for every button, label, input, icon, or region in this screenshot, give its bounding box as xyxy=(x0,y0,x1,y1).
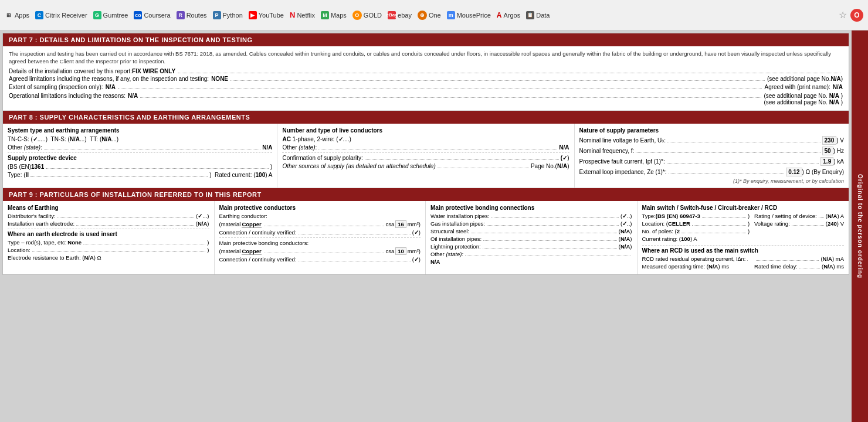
bookmark-gold[interactable]: O GOLD xyxy=(352,11,382,20)
agreed-with-label: Agreed with (print name): xyxy=(764,84,830,90)
operational-value: N/A xyxy=(128,93,138,99)
bookmark-citrix[interactable]: C Citrix Receiver xyxy=(35,11,87,19)
structural-row: Structural steel: ( N/A ) xyxy=(430,228,632,234)
earthing-conductor-row: Earthing conductor: xyxy=(219,213,421,219)
bookmark-netflix[interactable]: N Netflix xyxy=(290,11,315,19)
part8-col1: System type and earthing arrangements TN… xyxy=(3,124,277,188)
bookmark-data[interactable]: 📋 Data xyxy=(526,11,550,19)
rating-value: N/A xyxy=(828,213,837,219)
bonding-material-value: Copper xyxy=(242,248,261,255)
bookmark-maps[interactable]: M Maps xyxy=(321,11,347,19)
part7-header: PART 7 : DETAILS AND LIMITATIONS ON THE … xyxy=(3,33,849,46)
poles-value: 2 xyxy=(677,228,680,234)
bookmark-youtube[interactable]: ▶ YouTube xyxy=(249,11,284,19)
bookmark-routes[interactable]: R Routes xyxy=(177,11,207,19)
bonding-conductors-label: Main protective bonding conductors: xyxy=(219,240,421,246)
bsen-row: (BS (EN) 1361 ) xyxy=(8,164,272,170)
voltage-value: 240 xyxy=(828,220,837,227)
extent-row: Extent of sampling (inspection only): N/… xyxy=(9,84,843,90)
details-value: FIX WIRE ONLY xyxy=(132,68,175,74)
bookmark-coursera[interactable]: co Coursera xyxy=(134,11,170,19)
part9-col4: Main switch / Switch-fuse / Circuit-brea… xyxy=(638,201,849,274)
distributors-value: ✓ xyxy=(198,213,202,219)
ac-row: AC 1-phase, 2-wire: ( ✓ ....) xyxy=(282,136,569,142)
main-switch-type-row: Type: (BS (EN) 60947-3 ) xyxy=(642,213,750,219)
nominal-voltage-value: 230 xyxy=(822,136,837,145)
youtube-icon: ▶ xyxy=(249,11,257,19)
oil-row: Oil installation pipes: ( N/A ) xyxy=(430,236,632,242)
bookmark-one[interactable]: ⊕ One xyxy=(418,11,441,20)
gas-value: ✓ xyxy=(622,220,627,227)
current-value: 100 xyxy=(681,236,690,242)
data-icon: 📋 xyxy=(526,11,534,19)
apps-icon: ⊞ xyxy=(5,11,13,19)
rcd-rated-current-row: ( N/A ) mA xyxy=(754,256,844,262)
bookmark-ebay[interactable]: eBay ebay xyxy=(388,11,412,19)
spd-title: Supply protective device xyxy=(8,155,272,161)
csa-value: 16 xyxy=(395,220,406,228)
profile-avatar[interactable]: O xyxy=(850,9,863,22)
other-col2-row: Other (state): N/A xyxy=(282,144,569,151)
prospective-value: 1.9 xyxy=(820,157,833,166)
routes-icon: R xyxy=(177,11,185,19)
part8-header: PART 8 : SUPPLY CHARACTERISTICS AND EART… xyxy=(3,111,849,124)
part7-bottom-rows: Extent of sampling (inspection only): N/… xyxy=(9,84,843,91)
main-switch-title: Main switch / Switch-fuse / Circuit-brea… xyxy=(642,205,845,211)
bookmark-argos[interactable]: A Argos xyxy=(497,11,520,19)
bonding-verified-row: Connection / continuity verified: ( ✓ ) xyxy=(219,256,421,263)
current-rating-row: Current rating: ( 100 ) A xyxy=(642,236,750,242)
installation-value: N/A xyxy=(198,220,207,227)
water-row: Water installation pipes: ( ✓ ..) xyxy=(430,213,632,219)
document: PART 7 : DETAILS AND LIMITATIONS ON THE … xyxy=(2,33,849,275)
rated-time-value: N/A xyxy=(823,263,833,270)
bonding-verified-value: ✓ xyxy=(414,256,419,263)
electrode-resistance-row: Electrode resistance to Earth: ( N/A ) Ω xyxy=(8,254,209,261)
rating-row: Rating / setting of device: ( N/A ) A xyxy=(754,213,844,219)
part8-col2-title: Number and type of live conductors xyxy=(282,127,569,134)
bookmark-mouseprice[interactable]: m MousePrice xyxy=(447,11,491,19)
bookmarks-bar: ⊞ Apps C Citrix Receiver G Gumtree co Co… xyxy=(5,11,835,20)
where-rcd-title: Where an RCD is used as the main switch xyxy=(642,247,845,254)
see-additional-label: (see additional page No. xyxy=(767,76,830,82)
ac-check: ✓ xyxy=(338,136,343,142)
star-icon[interactable]: ☆ xyxy=(839,9,847,21)
side-label: Original to the person ordering xyxy=(852,30,868,422)
document-area: PART 7 : DETAILS AND LIMITATIONS ON THE … xyxy=(0,30,852,422)
external-row: External loop impedance, Ze (1)*: 0.12 )… xyxy=(579,168,844,176)
agreed-limitations-value: NONE xyxy=(211,76,228,82)
other-state-row: Other (state): N/A xyxy=(8,144,272,151)
tncs-value: ✓ xyxy=(33,136,38,142)
main-bonding-connections-title: Main protective bonding connections xyxy=(430,205,632,211)
page-value: N/A xyxy=(557,163,567,169)
bonding-material-row: (material Copper csa 10 mm²) xyxy=(219,247,421,255)
python-icon: P xyxy=(213,11,221,19)
type-rod-value: None xyxy=(67,239,82,246)
bookmark-gumtree[interactable]: G Gumtree xyxy=(93,11,128,19)
part7-details-row: Details of the installation covered by t… xyxy=(9,68,843,74)
nominal-freq-value: 50 xyxy=(822,147,833,155)
bookmark-apps[interactable]: ⊞ Apps xyxy=(5,11,29,19)
part7-body: The inspection and testing has been carr… xyxy=(3,46,849,111)
part7-operational-row: Operational limitations including the re… xyxy=(9,93,843,107)
agreed-limitations-label: Agreed limitations including the reasons… xyxy=(9,76,209,82)
oil-value: N/A xyxy=(621,236,630,242)
part8-col1-title: System type and earthing arrangements xyxy=(8,127,272,134)
main-switch-type-value: (BS (EN) 60947-3 xyxy=(656,213,700,219)
see-additional3-label: (see additional page No. xyxy=(764,99,827,106)
part9-body: Means of Earthing Distributor's facility… xyxy=(3,201,849,274)
main-switch-location-value: CELLER xyxy=(668,220,690,227)
voltage-rating-row: Voltage rating: ( 240 ) V xyxy=(754,220,844,227)
installation-earth-row: Installation earth electrode: ( N/A ) xyxy=(8,220,209,227)
main-content: PART 7 : DETAILS AND LIMITATIONS ON THE … xyxy=(0,30,868,422)
part9-header: PART 9 : PARTICULARS OF INSTALLATION REF… xyxy=(3,188,849,201)
coursera-icon: co xyxy=(134,11,142,19)
bsen-value: 1361 xyxy=(31,164,44,170)
supply-note: (1)* By enquiry, measurement, or by calc… xyxy=(579,178,844,184)
other-col3-value: N/A xyxy=(430,258,632,265)
other-sources-row: Other sources of supply (as detailed on … xyxy=(282,163,569,169)
part8-col2: Number and type of live conductors AC 1-… xyxy=(277,124,574,188)
nominal-voltage-row: Nominal line voltage to Earth, U₀: 230 )… xyxy=(579,136,844,145)
connection-value: ✓ xyxy=(414,229,419,236)
bookmark-python[interactable]: P Python xyxy=(213,11,243,19)
main-protective-conductors-title: Main protective conductors xyxy=(219,205,421,211)
